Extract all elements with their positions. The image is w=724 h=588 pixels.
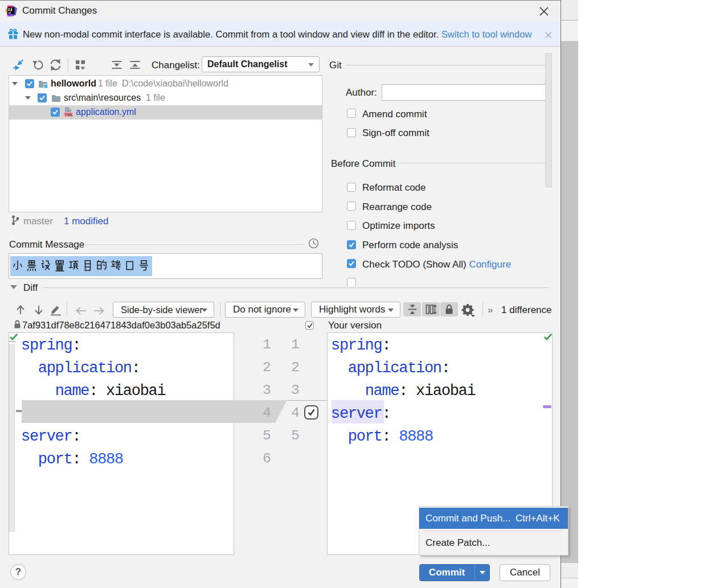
svg-text:YML: YML (64, 112, 73, 117)
